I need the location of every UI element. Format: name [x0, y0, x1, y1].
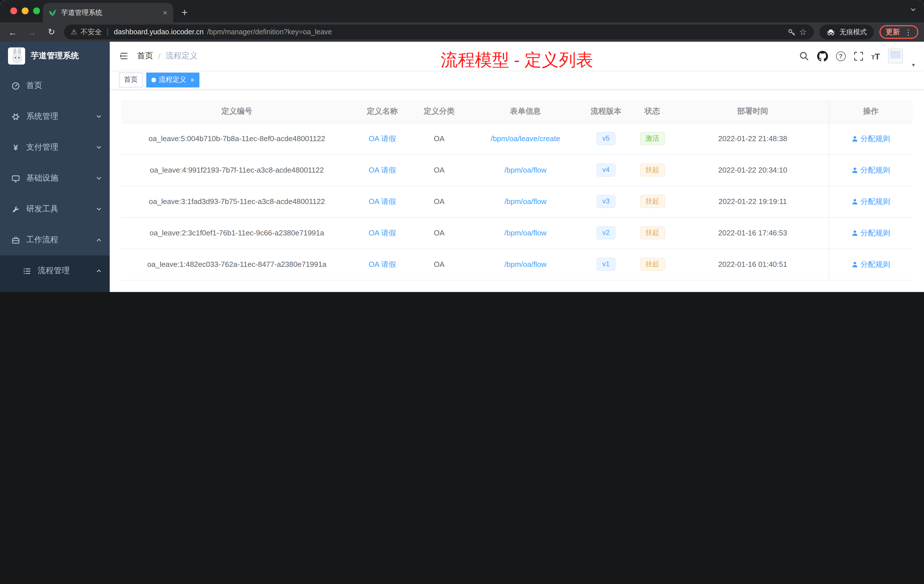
- favicon-icon: [49, 8, 56, 16]
- version-badge: v5: [597, 132, 615, 145]
- font-size-icon[interactable]: TT: [871, 52, 880, 60]
- kebab-menu-icon: ⋮: [904, 28, 912, 36]
- cell-deploy-time: 2022-01-22 20:34:10: [677, 154, 828, 186]
- zoom-window-button[interactable]: [33, 7, 40, 14]
- reload-button[interactable]: ↻: [45, 27, 58, 37]
- avatar-caret-icon[interactable]: ▾: [912, 62, 915, 70]
- close-window-button[interactable]: [10, 7, 17, 14]
- chevron-up-icon: [96, 268, 102, 274]
- window-controls: [10, 7, 40, 14]
- monitor-icon: [12, 174, 20, 183]
- app-logo-row[interactable]: 芋道管理系统: [0, 42, 110, 70]
- cell-deploy-time: 2022-01-22 19:19:11: [677, 186, 828, 217]
- cell-category: OA: [412, 186, 466, 217]
- col-header-actions: 操作: [828, 100, 912, 123]
- definition-name-link[interactable]: OA 请假: [369, 197, 396, 205]
- next-page-button[interactable]: ›: [831, 292, 847, 292]
- table-row: oa_leave:5:004b710b-7b8a-11ec-8ef0-acde4…: [121, 123, 912, 154]
- cell-category: OA: [412, 154, 466, 186]
- form-link[interactable]: /bpm/oa/leave/create: [491, 134, 560, 143]
- status-badge: 挂起: [640, 226, 665, 239]
- incognito-badge: 无痕模式: [819, 25, 874, 40]
- form-link[interactable]: /bpm/oa/flow: [504, 260, 546, 269]
- cell-definition-id: oa_leave:2:3c1f0ef1-76b1-11ec-9c66-a2380…: [121, 217, 353, 249]
- col-header-id: 定义编号: [121, 100, 353, 123]
- definition-name-link[interactable]: OA 请假: [369, 228, 396, 237]
- chevron-down-icon: [96, 145, 102, 150]
- definition-name-link[interactable]: OA 请假: [369, 260, 396, 268]
- tag-process-definition[interactable]: 流程定义 ×: [146, 72, 200, 87]
- password-key-icon[interactable]: [787, 28, 796, 36]
- chrome-update-menu-button[interactable]: 更新 ⋮: [879, 25, 918, 39]
- definition-name-link[interactable]: OA 请假: [369, 165, 396, 174]
- active-dot: [152, 78, 156, 82]
- fullscreen-icon[interactable]: [853, 51, 863, 61]
- cell-definition-id: oa_leave:4:991f2193-7b7f-11ec-a3c8-acde4…: [121, 154, 353, 186]
- back-button[interactable]: ←: [6, 27, 20, 37]
- browser-tab[interactable]: 芋道管理系统 ×: [43, 3, 173, 22]
- col-header-name: 定义名称: [353, 100, 412, 123]
- minimize-window-button[interactable]: [22, 7, 28, 14]
- address-bar[interactable]: ⚠ 不安全 dashboard.yudao.iocoder.cn/bpm/man…: [64, 25, 814, 40]
- briefcase-icon: [12, 236, 20, 244]
- form-link[interactable]: /bpm/oa/flow: [504, 166, 546, 174]
- cell-definition-id: oa_leave:5:004b710b-7b8a-11ec-8ef0-acde4…: [121, 123, 353, 154]
- tab-title: 芋道管理系统: [61, 8, 158, 17]
- assign-rule-link[interactable]: 分配规则: [851, 259, 890, 269]
- user-avatar[interactable]: [888, 49, 903, 63]
- tab-search-chevron-icon[interactable]: [910, 7, 916, 13]
- incognito-icon: [826, 28, 835, 36]
- page-size-select[interactable]: 10条/页 ▾: [725, 292, 778, 292]
- cell-deploy-time: 2022-01-22 21:48:38: [677, 123, 828, 154]
- col-header-version: 流程版本: [584, 100, 627, 123]
- bookmark-star-icon[interactable]: ☆: [799, 27, 807, 37]
- sidebar-item-process-form[interactable]: 流程表单: [0, 286, 110, 292]
- chevron-down-icon: [96, 175, 102, 181]
- help-icon[interactable]: ?: [836, 51, 845, 61]
- form-link[interactable]: /bpm/oa/flow: [504, 229, 546, 237]
- cell-definition-id: oa_leave:1:482ec033-762a-11ec-8477-a2380…: [121, 249, 353, 280]
- sidebar-item-dev-tools[interactable]: 研发工具: [0, 194, 110, 224]
- sidebar-item-home[interactable]: 首页: [0, 70, 110, 101]
- top-navbar: 首页 / 流程定义 ? TT ▾: [110, 42, 924, 70]
- tag-close-icon[interactable]: ×: [190, 76, 194, 84]
- url-path: /bpm/manager/definition?key=oa_leave: [207, 28, 332, 36]
- assign-rule-link[interactable]: 分配规则: [851, 134, 890, 144]
- breadcrumb-home[interactable]: 首页: [137, 51, 153, 61]
- cell-definition-id: oa_leave:3:1fad3d93-7b75-11ec-a3c8-acde4…: [121, 186, 353, 217]
- assign-rule-link[interactable]: 分配规则: [851, 165, 890, 175]
- assign-rule-link[interactable]: 分配规则: [851, 196, 890, 206]
- forward-button[interactable]: →: [25, 27, 39, 37]
- version-badge: v3: [597, 195, 615, 208]
- sidebar-item-payment[interactable]: ¥ 支付管理: [0, 132, 110, 163]
- sidebar-collapse-icon[interactable]: [119, 51, 129, 61]
- browser-window: 芋道管理系统 × + ← → ↻ ⚠ 不安全 dashboard.yudao.i…: [0, 0, 924, 292]
- status-badge: 激活: [640, 132, 665, 145]
- tab-close-icon[interactable]: ×: [163, 8, 167, 17]
- sidebar-submenu-workflow: 流程管理 流程表单 用户分组: [0, 256, 110, 292]
- col-header-form: 表单信息: [466, 100, 584, 123]
- definition-name-link[interactable]: OA 请假: [369, 134, 396, 143]
- assign-rule-link[interactable]: 分配规则: [851, 228, 890, 238]
- table-row: oa_leave:3:1fad3d93-7b75-11ec-a3c8-acde4…: [121, 186, 912, 217]
- chevron-down-icon: [96, 206, 102, 212]
- new-tab-button[interactable]: +: [177, 5, 193, 21]
- sidebar-item-infrastructure[interactable]: 基础设施: [0, 163, 110, 194]
- sidebar-item-system[interactable]: 系统管理: [0, 101, 110, 132]
- prev-page-button[interactable]: ‹: [785, 292, 801, 292]
- page-number-1[interactable]: 1: [808, 292, 824, 292]
- version-badge: v2: [597, 226, 615, 239]
- breadcrumb: 首页 / 流程定义: [137, 51, 198, 61]
- sidebar-item-process-management[interactable]: 流程管理: [0, 256, 110, 286]
- github-icon[interactable]: [817, 51, 828, 61]
- yen-icon: ¥: [12, 143, 20, 152]
- search-icon[interactable]: [799, 51, 809, 61]
- goto-page-input[interactable]: [875, 292, 898, 292]
- form-link[interactable]: /bpm/oa/flow: [504, 197, 546, 206]
- wrench-icon: [12, 205, 20, 213]
- browser-tab-strip: 芋道管理系统 × +: [0, 0, 924, 22]
- tag-home[interactable]: 首页: [119, 72, 143, 87]
- table-row: oa_leave:2:3c1f0ef1-76b1-11ec-9c66-a2380…: [121, 217, 912, 249]
- pagination: 共 5 条 10条/页 ▾ ‹ 1 › 前往 页: [121, 292, 912, 292]
- sidebar-item-workflow[interactable]: 工作流程: [0, 224, 110, 256]
